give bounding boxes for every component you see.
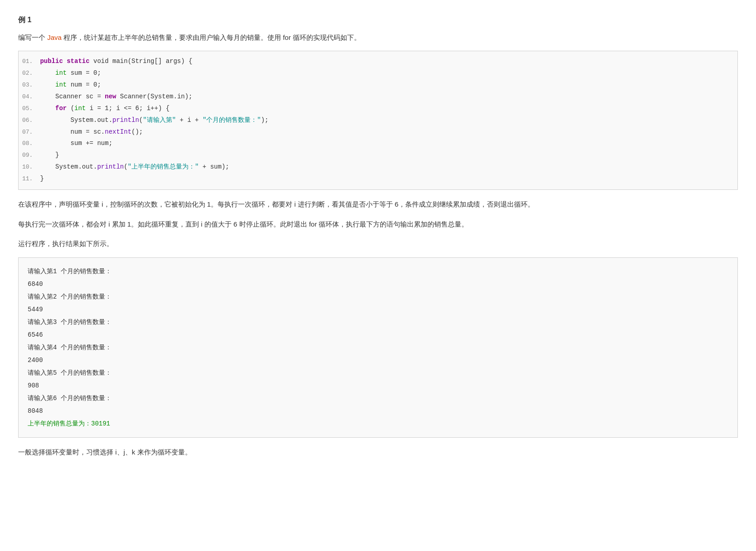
output-line-12: 8048 (28, 405, 728, 417)
output-line-4: 5449 (28, 303, 728, 316)
code-line-7: 07. num = sc.nextInt(); (19, 126, 737, 138)
code-content-8: sum += num; (40, 138, 734, 150)
line-num-10: 10. (22, 162, 40, 173)
output-line-5: 请输入第3 个月的销售数量： (28, 316, 728, 329)
desc1: 在该程序中，声明循环变量 i，控制循环的次数，它被初始化为 1。每执行一次循环，… (18, 198, 738, 211)
code-content-10: System.out.println("上半年的销售总量为：" + sum); (40, 161, 734, 173)
code-line-9: 09. } (19, 150, 737, 161)
output-line-1: 请输入第1 个月的销售数量： (28, 265, 728, 278)
line-num-6: 06. (22, 115, 40, 126)
output-line-10: 908 (28, 379, 728, 392)
code-line-3: 03. int num = 0; (19, 79, 737, 91)
line-num-11: 11. (22, 174, 40, 184)
output-line-9: 请输入第5 个月的销售数量： (28, 367, 728, 379)
code-content-1: public static void main(String[] args) { (40, 56, 734, 68)
code-line-4: 04. Scanner sc = new Scanner(System.in); (19, 91, 737, 103)
code-line-8: 08. sum += num; (19, 138, 737, 150)
code-line-6: 06. System.out.println("请输入第" + i + "个月的… (19, 115, 737, 126)
code-content-9: } (40, 150, 734, 161)
code-content-5: for (int i = 1; i <= 6; i++) { (40, 103, 734, 115)
code-line-2: 02. int sum = 0; (19, 68, 737, 79)
output-line-6: 6546 (28, 329, 728, 341)
code-line-1: 01. public static void main(String[] arg… (19, 56, 737, 68)
java-keyword: Java (47, 34, 62, 41)
intro-text: 编写一个 Java 程序，统计某超市上半年的总销售量，要求由用户输入每月的销量。… (18, 31, 738, 44)
code-content-2: int sum = 0; (40, 68, 734, 79)
line-num-7: 07. (22, 127, 40, 138)
output-line-3: 请输入第2 个月的销售数量： (28, 290, 728, 303)
output-line-2: 6840 (28, 278, 728, 290)
code-block: 01. public static void main(String[] arg… (18, 51, 738, 190)
desc2: 每执行完一次循环体，都会对 i 累加 1。如此循环重复，直到 i 的值大于 6 … (18, 218, 738, 231)
example-title: 例 1 (18, 14, 738, 26)
line-num-2: 02. (22, 68, 40, 79)
line-num-3: 03. (22, 80, 40, 91)
output-line-7: 请输入第4 个月的销售数量： (28, 341, 728, 354)
code-content-11: } (40, 173, 734, 185)
code-line-5: 05. for (int i = 1; i <= 6; i++) { (19, 103, 737, 115)
line-num-8: 08. (22, 138, 40, 149)
line-num-5: 05. (22, 103, 40, 114)
output-line-11: 请输入第6 个月的销售数量： (28, 392, 728, 405)
code-content-6: System.out.println("请输入第" + i + "个月的销售数量… (40, 115, 734, 126)
code-content-4: Scanner sc = new Scanner(System.in); (40, 91, 734, 103)
line-num-9: 09. (22, 150, 40, 161)
footer-text: 一般选择循环变量时，习惯选择 i、j、k 来作为循环变量。 (18, 446, 738, 458)
output-block: 请输入第1 个月的销售数量： 6840 请输入第2 个月的销售数量： 5449 … (18, 257, 738, 438)
line-num-4: 04. (22, 92, 40, 102)
output-line-8: 2400 (28, 354, 728, 367)
line-num-1: 01. (22, 56, 40, 67)
code-line-11: 11. } (19, 173, 737, 185)
run-intro: 运行程序，执行结果如下所示。 (18, 237, 738, 250)
code-content-7: num = sc.nextInt(); (40, 126, 734, 138)
code-content-3: int num = 0; (40, 79, 734, 91)
output-line-13: 上半年的销售总量为：30191 (28, 417, 728, 430)
code-line-10: 10. System.out.println("上半年的销售总量为：" + su… (19, 161, 737, 173)
